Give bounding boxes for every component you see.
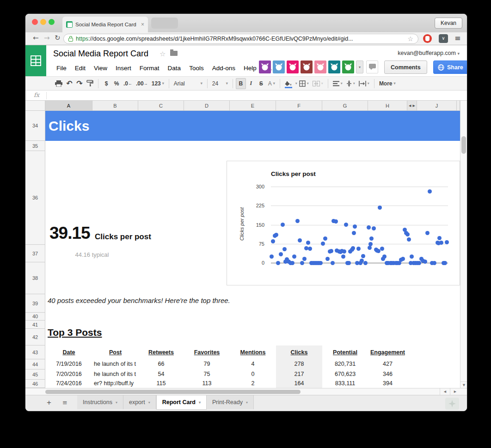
table-cell[interactable]: 7/24/2016 — [56, 380, 82, 387]
chrome-menu-icon[interactable]: ≡ — [454, 34, 463, 42]
column-header-D[interactable]: D — [184, 101, 230, 111]
column-header-H[interactable]: H — [368, 101, 407, 111]
menu-data[interactable]: Data — [164, 65, 185, 72]
sheet-tab-dropdown-icon[interactable]: ▾ — [199, 400, 201, 405]
table-cell[interactable]: 75 — [204, 371, 210, 378]
number-format-button[interactable]: 123▾ — [150, 78, 166, 89]
row-header-42[interactable]: 42 — [25, 329, 45, 345]
paint-format-icon[interactable] — [85, 78, 95, 89]
vertical-scrollbar[interactable]: ▼ — [460, 101, 467, 388]
minimize-window-button[interactable] — [40, 19, 46, 25]
account-email[interactable]: kevan@bufferapp.com ▾ — [398, 50, 460, 56]
sheet-tab-export[interactable]: export▾ — [123, 395, 156, 409]
table-cell[interactable]: 7/20/2016 — [56, 371, 82, 378]
menu-edit[interactable]: Edit — [71, 65, 90, 72]
column-header-A[interactable]: A — [45, 101, 92, 111]
menu-format[interactable]: Format — [135, 65, 164, 72]
row-header-45[interactable]: 45 — [25, 369, 45, 380]
pocket-extension-icon[interactable]: ∨ — [439, 34, 448, 43]
column-header-G[interactable]: G — [322, 101, 368, 111]
table-cell[interactable]: 670,623 — [335, 371, 356, 378]
table-cell[interactable]: 7/19/2016 — [56, 361, 82, 368]
zoom-window-button[interactable] — [49, 19, 55, 25]
text-wrap-button[interactable]: ▾ — [357, 78, 371, 89]
avatars-dropdown-icon[interactable]: ▾ — [356, 61, 363, 73]
table-cell[interactable]: he launch of its t — [94, 371, 138, 378]
table-cell[interactable]: 54 — [158, 371, 165, 378]
menu-insert[interactable]: Insert — [111, 65, 135, 72]
table-cell[interactable]: 66 — [158, 361, 165, 368]
menu-help[interactable]: Help — [239, 65, 261, 72]
column-header-F[interactable]: F — [276, 101, 322, 111]
tab-close-icon[interactable]: × — [141, 21, 144, 28]
star-document-icon[interactable]: ☆ — [160, 50, 166, 58]
document-title[interactable]: Social Media Report Card — [53, 49, 148, 59]
row-header-38[interactable]: 38 — [25, 262, 45, 294]
vertical-scrollbar-thumb[interactable] — [461, 136, 466, 154]
currency-format-button[interactable]: $ — [101, 78, 111, 89]
row-header-40[interactable]: 40 — [25, 313, 45, 321]
row-header-37[interactable]: 37 — [25, 245, 45, 262]
table-cell[interactable]: er? http://buff.ly — [94, 380, 138, 387]
table-cell[interactable]: he launch of its t — [94, 361, 138, 368]
merge-cells-button[interactable]: ▾ — [311, 78, 325, 89]
stat-value-cell[interactable]: 39.15 — [49, 224, 90, 243]
scroll-right-icon[interactable]: ▶ — [450, 388, 460, 395]
close-window-button[interactable] — [32, 19, 38, 25]
strikethrough-button[interactable]: S — [256, 78, 266, 89]
horizontal-scrollbar[interactable]: ◀ ▶ — [25, 388, 467, 395]
back-icon[interactable]: ← — [33, 34, 39, 42]
print-icon[interactable] — [53, 78, 64, 89]
decrease-decimal-button[interactable]: .0← — [122, 78, 134, 89]
row-header-35[interactable]: 35 — [25, 141, 45, 151]
clicks-banner-cell[interactable]: Clicks — [45, 111, 460, 141]
borders-button[interactable]: ▾ — [297, 78, 311, 89]
font-size-select[interactable]: 24▾ — [210, 78, 230, 89]
expand-left-icon[interactable]: ◀ — [409, 104, 411, 108]
sheets-logo-icon[interactable] — [25, 45, 46, 76]
sheet-tab-instructions[interactable]: Instructions▾ — [77, 395, 123, 409]
table-cell[interactable]: 115 — [157, 380, 166, 387]
vertical-align-button[interactable]: ▾ — [344, 78, 357, 89]
table-cell[interactable]: 427 — [383, 361, 393, 368]
sheet-tab-report-card[interactable]: Report Card▾ — [156, 395, 207, 410]
row-header-43[interactable]: 43 — [25, 345, 45, 359]
text-color-button[interactable]: A▾ — [266, 78, 277, 89]
menu-file[interactable]: File — [52, 65, 71, 72]
explore-button[interactable] — [445, 398, 459, 410]
formula-bar[interactable]: fx — [25, 91, 467, 101]
expand-right-icon[interactable]: ▶ — [413, 104, 415, 108]
scroll-down-icon[interactable]: ▼ — [460, 381, 467, 388]
sheet-tab-dropdown-icon[interactable]: ▾ — [148, 400, 150, 405]
table-cell[interactable]: 2 — [252, 380, 255, 387]
font-family-select[interactable]: Arial▾ — [172, 78, 204, 89]
address-bar[interactable]: https://docs.google.com/spreadsheets/d/1… — [63, 34, 418, 44]
hidden-columns-expander[interactable]: ◀▶ — [407, 101, 417, 111]
table-cell[interactable]: 79 — [204, 361, 210, 368]
redo-icon[interactable]: ↷ — [74, 78, 85, 89]
add-sheet-button[interactable]: + — [47, 398, 51, 407]
scroll-left-icon[interactable]: ◀ — [440, 388, 450, 395]
table-cell[interactable]: 164 — [295, 380, 304, 387]
clicks-per-post-chart[interactable]: Clicks per post Clicks per post 07515022… — [227, 161, 460, 285]
row-header-39[interactable]: 39 — [25, 294, 45, 313]
more-button[interactable]: More▾ — [377, 78, 398, 89]
share-button[interactable]: Share — [433, 61, 467, 74]
table-cell[interactable]: 346 — [383, 371, 393, 378]
column-header-B[interactable]: B — [92, 101, 138, 111]
table-cell[interactable]: 4 — [252, 361, 255, 368]
horizontal-align-button[interactable]: ▾ — [331, 78, 344, 89]
table-cell[interactable]: 820,731 — [335, 361, 356, 368]
table-cell[interactable]: 278 — [295, 361, 304, 368]
menu-view[interactable]: View — [90, 65, 111, 72]
sheet-tab-dropdown-icon[interactable]: ▾ — [246, 400, 248, 405]
column-header-E[interactable]: E — [230, 101, 276, 111]
undo-icon[interactable]: ↶ — [64, 78, 74, 89]
adblock-extension-icon[interactable] — [423, 34, 432, 43]
table-cell[interactable]: 833,111 — [335, 380, 355, 387]
select-all-corner[interactable] — [25, 101, 45, 111]
horizontal-scrollbar-thumb[interactable] — [45, 390, 301, 394]
fill-color-button[interactable] — [283, 78, 294, 89]
chrome-profile-button[interactable]: Kevan — [435, 18, 462, 29]
column-header-C[interactable]: C — [138, 101, 184, 111]
